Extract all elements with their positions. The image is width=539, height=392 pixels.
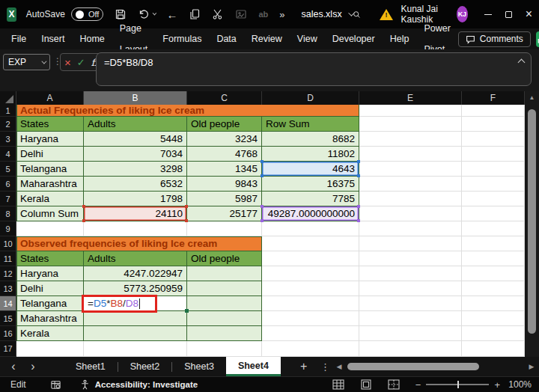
cell-c9[interactable] <box>187 221 262 236</box>
warning-icon[interactable]: ! <box>380 9 393 20</box>
cell-a6[interactable]: Maharashtra <box>16 177 84 192</box>
row-header-8[interactable]: 8 <box>0 206 16 221</box>
next-sheet-icon[interactable]: › <box>23 360 43 373</box>
zoom-in-icon[interactable]: + <box>494 379 500 391</box>
add-sheet-icon[interactable]: + <box>300 360 307 373</box>
toolbar-overflow-icon[interactable]: » <box>279 9 284 20</box>
zoom-slider[interactable] <box>426 384 489 385</box>
search-icon[interactable] <box>353 8 361 20</box>
cell-b14-formula-edit[interactable]: = D5 * B8 / D8 <box>84 296 187 311</box>
cell-c13[interactable] <box>187 281 262 296</box>
cell-a9[interactable] <box>16 221 84 236</box>
cell-f1[interactable] <box>462 105 525 117</box>
cell-a13[interactable]: Delhi <box>16 281 84 296</box>
cell-a14[interactable]: Telangana <box>16 296 84 311</box>
maximize-button[interactable] <box>499 0 519 28</box>
cell-a5[interactable]: Telangana <box>16 162 84 177</box>
cell-a17[interactable] <box>16 341 84 357</box>
row-header-13[interactable]: 13 <box>0 281 16 296</box>
cell-e12[interactable] <box>359 266 462 281</box>
cell-c6[interactable]: 9843 <box>187 177 262 192</box>
cell-b6[interactable]: 6532 <box>84 177 187 192</box>
cell-a16[interactable]: Kerala <box>16 326 84 341</box>
cell-d6[interactable]: 16375 <box>262 177 359 192</box>
cell-d15[interactable] <box>262 311 359 326</box>
row-header-10[interactable]: 10 <box>0 236 16 251</box>
cell-f6[interactable] <box>462 177 525 192</box>
cell-b5[interactable]: 3298 <box>84 162 187 177</box>
cell-b12[interactable]: 4247.022947 <box>84 266 187 281</box>
cell-c16[interactable] <box>187 326 262 341</box>
cell-f4[interactable] <box>462 147 525 162</box>
vertical-scrollbar[interactable]: ▲ <box>525 91 539 357</box>
cell-c5[interactable]: 1345 <box>187 162 262 177</box>
cell-b11[interactable]: Adults <box>84 251 187 266</box>
cell-e3[interactable] <box>359 132 462 147</box>
cell-a8[interactable]: Column Sum <box>16 206 84 221</box>
name-box[interactable]: EXP <box>3 54 50 70</box>
row-header-1[interactable]: 1 <box>0 105 16 117</box>
cell-a4[interactable]: Delhi <box>16 147 84 162</box>
cell-e8[interactable] <box>359 206 462 221</box>
accessibility-status[interactable]: Accessibility: Investigate <box>95 380 198 389</box>
cell-a10-title[interactable]: Observed frequencies of liking Ice cream <box>16 236 262 251</box>
cell-d10[interactable] <box>262 236 359 251</box>
zoom-slider-thumb[interactable] <box>457 381 459 388</box>
row-header-12[interactable]: 12 <box>0 266 16 281</box>
column-header-e[interactable]: E <box>359 91 462 105</box>
row-header-4[interactable]: 4 <box>0 147 16 162</box>
cell-f8[interactable] <box>462 206 525 221</box>
cell-d8-referenced[interactable]: 49287.0000000000 <box>262 206 359 221</box>
cell-c2[interactable]: Old people <box>187 117 262 132</box>
cell-f3[interactable] <box>462 132 525 147</box>
row-header-2[interactable]: 2 <box>0 117 16 132</box>
cell-f9[interactable] <box>462 221 525 236</box>
cell-f13[interactable] <box>462 281 525 296</box>
tab-file[interactable]: File <box>4 28 34 49</box>
cell-e6[interactable] <box>359 177 462 192</box>
cell-e16[interactable] <box>359 326 462 341</box>
cell-d16[interactable] <box>262 326 359 341</box>
cell-a12[interactable]: Haryana <box>16 266 84 281</box>
cell-d17[interactable] <box>262 341 359 357</box>
macro-recording-icon[interactable] <box>50 379 61 391</box>
cell-d14[interactable] <box>262 296 359 311</box>
confirm-icon[interactable]: ✓ <box>77 57 85 68</box>
cell-e11[interactable] <box>359 251 462 266</box>
scroll-right-icon[interactable]: ▶ <box>526 363 537 370</box>
tab-insert[interactable]: Insert <box>34 28 72 49</box>
cell-b2[interactable]: Adults <box>84 117 187 132</box>
cell-b15[interactable] <box>84 311 187 326</box>
horizontal-scrollbar-track[interactable] <box>344 360 526 373</box>
horizontal-scrollbar-thumb[interactable] <box>347 363 479 370</box>
cell-d7[interactable]: 7785 <box>262 192 359 206</box>
cell-e15[interactable] <box>359 311 462 326</box>
cell-c4[interactable]: 4768 <box>187 147 262 162</box>
cell-c17[interactable] <box>187 341 262 357</box>
zoom-level[interactable]: 100% <box>500 379 532 390</box>
cell-f2[interactable] <box>462 117 525 132</box>
page-layout-view-icon[interactable] <box>360 379 372 390</box>
cell-c12[interactable] <box>187 266 262 281</box>
autosave-toggle[interactable]: Off <box>71 7 103 21</box>
copy-icon[interactable] <box>189 8 201 20</box>
row-header-3[interactable]: 3 <box>0 132 16 147</box>
cell-a1-title[interactable]: Actual Frequencies of liking Ice cream <box>16 105 359 117</box>
cell-b7[interactable]: 1798 <box>84 192 187 206</box>
document-title[interactable]: sales.xlsx <box>301 9 352 19</box>
cell-c7[interactable]: 5987 <box>187 192 262 206</box>
column-header-a[interactable]: A <box>16 91 84 105</box>
cell-f15[interactable] <box>462 311 525 326</box>
column-header-f[interactable]: F <box>462 91 525 105</box>
cell-d12[interactable] <box>262 266 359 281</box>
cell-b9[interactable] <box>84 221 187 236</box>
vertical-scrollbar-thumb[interactable] <box>528 109 536 334</box>
cell-c3[interactable]: 3234 <box>187 132 262 147</box>
sheet-tab-sheet4-active[interactable]: Sheet4 <box>226 357 281 376</box>
normal-view-icon[interactable] <box>332 379 344 390</box>
row-header-17[interactable]: 17 <box>0 341 16 357</box>
zoom-out-icon[interactable]: − <box>415 379 421 391</box>
formula-input[interactable]: =D5*B8/D8 <box>96 52 532 86</box>
cell-c8[interactable]: 25177 <box>187 206 262 221</box>
share-button[interactable] <box>536 31 539 47</box>
